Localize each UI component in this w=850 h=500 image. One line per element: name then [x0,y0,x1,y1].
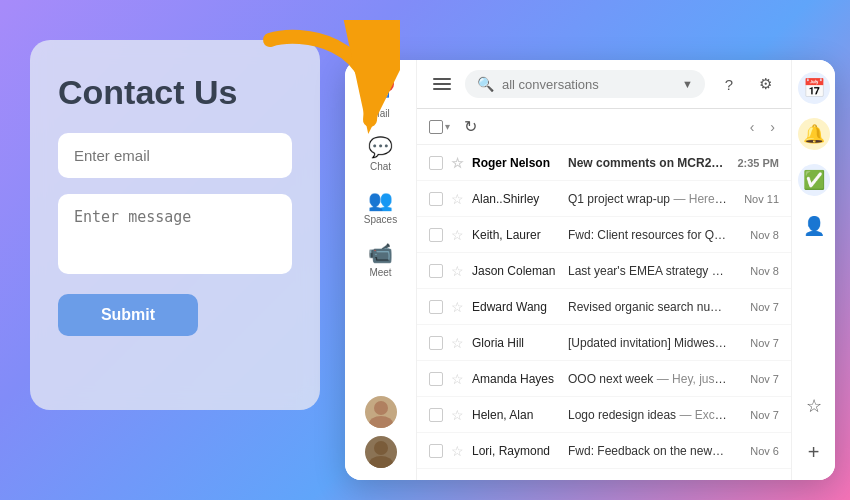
arrow-decoration [240,20,400,160]
submit-button[interactable]: Submit [58,294,198,336]
gmail-panel: ✉ 4 Mail 💬 Chat 👥 Spaces 📹 Meet [345,60,835,480]
svg-point-3 [374,441,388,455]
tasks-icon[interactable]: ✅ [798,164,830,196]
email-time: Nov 6 [735,445,779,457]
email-sender: Jason Coleman [472,264,560,278]
starred-icon[interactable]: ☆ [798,390,830,422]
notes-icon[interactable]: 🔔 [798,118,830,150]
table-row[interactable]: ☆ Helen, Alan Logo redesign ideas — Exce… [417,397,791,433]
email-subject: New comments on MCR2020 dra. [568,156,727,170]
hamburger-menu[interactable] [429,74,455,94]
email-time: Nov 8 [735,229,779,241]
email-time: Nov 7 [735,409,779,421]
email-sender: Helen, Alan [472,408,560,422]
email-checkbox[interactable] [429,228,443,242]
email-sender: Gloria Hill [472,336,560,350]
email-subject: [Updated invitation] Midwest reta... [568,336,727,350]
table-row[interactable]: ☆ Lauren Roberts Town hall on the upcomi… [417,469,791,480]
email-subject: Town hall on the upcoming mergio ... [568,480,727,481]
table-row[interactable]: ☆ Jason Coleman Last year's EMEA strateg… [417,253,791,289]
table-row[interactable]: ☆ Gloria Hill [Updated invitation] Midwe… [417,325,791,361]
gmail-main: 🔍 ▼ ? ⚙ ▾ ↻ ‹ › ☆ Roger [417,60,791,480]
email-checkbox[interactable] [429,480,443,481]
calendar-icon[interactable]: 📅 [798,72,830,104]
email-checkbox[interactable] [429,300,443,314]
table-row[interactable]: ☆ Edward Wang Revised organic search num… [417,289,791,325]
header-actions: ? ⚙ [715,70,779,98]
next-page-button[interactable]: › [766,117,779,137]
email-checkbox[interactable] [429,444,443,458]
email-time: Nov 8 [735,265,779,277]
meet-icon: 📹 [368,241,393,265]
email-subject: Last year's EMEA strategy deck - [568,264,727,278]
select-all-checkbox[interactable]: ▾ [429,120,450,134]
table-row[interactable]: ☆ Amanda Hayes OOO next week — Hey, just… [417,361,791,397]
email-sender: Edward Wang [472,300,560,314]
email-subject: Logo redesign ideas — Excellent..hi... [568,408,727,422]
search-icon: 🔍 [477,76,494,92]
email-subject: Revised organic search numbers 3... [568,300,727,314]
star-icon[interactable]: ☆ [451,263,464,279]
table-row[interactable]: ☆ Keith, Laurer Fwd: Client resources fo… [417,217,791,253]
email-time: Nov 7 [735,301,779,313]
email-time: Nov 11 [735,193,779,205]
email-checkbox[interactable] [429,336,443,350]
search-dropdown-arrow[interactable]: ▼ [682,78,693,90]
email-sender: Amanda Hayes [472,372,560,386]
email-sender: Keith, Laurer [472,228,560,242]
star-icon[interactable]: ☆ [451,335,464,351]
spaces-icon: 👥 [368,188,393,212]
email-subject: OOO next week — Hey, just wantd ... [568,372,727,386]
email-sender: Alan..Shirley [472,192,560,206]
table-row[interactable]: ☆ Alan..Shirley Q1 project wrap-up — Her… [417,181,791,217]
star-icon[interactable]: ☆ [451,371,464,387]
gmail-right-icons: 📅 🔔 ✅ 👤 ☆ + [791,60,835,480]
email-subject: Fwd: Feedback on the new signuje... [568,444,727,458]
gmail-header: 🔍 ▼ ? ⚙ [417,60,791,109]
email-sender: Lauren Roberts [472,480,560,481]
email-sender: Lori, Raymond [472,444,560,458]
email-list: ☆ Roger Nelson New comments on MCR2020 d… [417,145,791,480]
email-subject: Fwd: Client resources for Q3 — R... [568,228,727,242]
email-checkbox[interactable] [429,372,443,386]
gmail-toolbar: ▾ ↻ ‹ › [417,109,791,145]
star-icon[interactable]: ☆ [451,407,464,423]
refresh-button[interactable]: ↻ [458,115,483,138]
search-input[interactable] [502,77,674,92]
settings-button[interactable]: ⚙ [751,70,779,98]
email-checkbox[interactable] [429,192,443,206]
table-row[interactable]: ☆ Roger Nelson New comments on MCR2020 d… [417,145,791,181]
email-checkbox[interactable] [429,264,443,278]
email-checkbox[interactable] [429,408,443,422]
search-bar[interactable]: 🔍 ▼ [465,70,705,98]
prev-page-button[interactable]: ‹ [746,117,759,137]
star-icon[interactable]: ☆ [451,191,464,207]
email-time: Nov 7 [735,373,779,385]
star-icon[interactable]: ☆ [451,155,464,171]
message-field[interactable] [58,194,292,274]
sidebar-item-meet[interactable]: 📹 Meet [351,233,411,286]
svg-point-1 [374,401,388,415]
email-checkbox[interactable] [429,156,443,170]
help-button[interactable]: ? [715,70,743,98]
email-sender: Roger Nelson [472,156,560,170]
sidebar-item-meet-label: Meet [369,267,391,278]
email-time: 2:35 PM [735,157,779,169]
svg-point-4 [369,456,393,468]
email-time: Nov 7 [735,337,779,349]
star-icon[interactable]: ☆ [451,227,464,243]
sidebar-item-chat-label: Chat [370,161,391,172]
star-icon[interactable]: ☆ [451,479,464,481]
add-icon[interactable]: + [798,436,830,468]
table-row[interactable]: ☆ Lori, Raymond Fwd: Feedback on the new… [417,433,791,469]
svg-point-2 [369,416,393,428]
sidebar-item-spaces[interactable]: 👥 Spaces [351,180,411,233]
sidebar-item-spaces-label: Spaces [364,214,397,225]
avatar-1[interactable] [365,396,397,428]
contacts-icon[interactable]: 👤 [798,210,830,242]
star-icon[interactable]: ☆ [451,299,464,315]
avatar-2[interactable] [365,436,397,468]
email-subject: Q1 project wrap-up — Here's a lis 📎 [568,192,727,206]
star-icon[interactable]: ☆ [451,443,464,459]
